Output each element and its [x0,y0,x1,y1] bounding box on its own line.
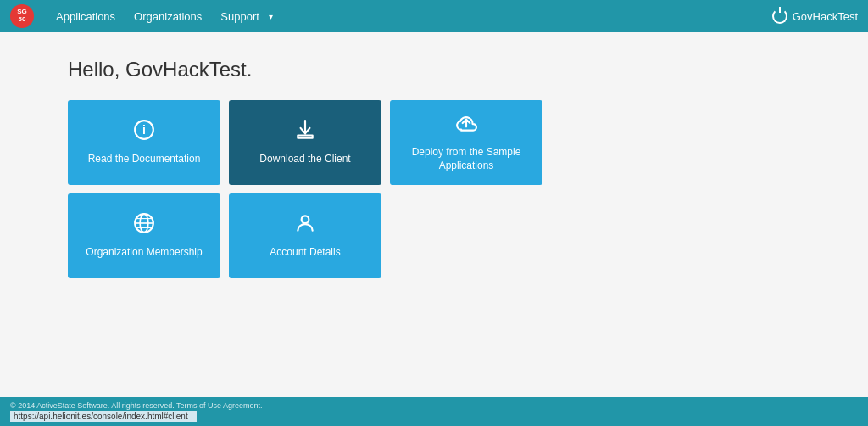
username-label: GovHackTest [793,10,858,23]
card-read-documentation-label: Read the Documentation [88,153,201,166]
svg-point-7 [302,216,309,224]
card-download-client[interactable]: Download the Client [229,100,381,185]
card-download-client-label: Download the Client [259,153,350,166]
nav-organizations[interactable]: Organizations [127,7,209,26]
navbar: SG 50 Applications Organizations Support… [0,0,868,32]
card-deploy-sample-label: Deploy from the Sample Applications [398,146,534,172]
cards-grid: i Read the Documentation Download the Cl… [68,100,800,278]
navbar-right: GovHackTest [772,8,858,24]
card-deploy-sample[interactable]: Deploy from the Sample Applications [390,100,542,185]
logo: SG 50 [10,4,34,28]
footer-url: https://api.helionit.es/console/index.ht… [10,411,197,422]
card-organization-membership-label: Organization Membership [86,246,202,260]
card-account-details-label: Account Details [270,246,340,260]
main-content: Hello, GovHackTest. i Read the Documenta… [0,32,868,397]
nav-applications[interactable]: Applications [49,7,122,26]
power-icon[interactable] [772,8,787,24]
support-dropdown-icon: ▾ [269,12,273,21]
nav-support[interactable]: Support [214,7,266,26]
footer: © 2014 ActiveState Software. All rights … [0,397,868,426]
download-icon [294,119,316,146]
card-read-documentation[interactable]: i Read the Documentation [68,100,220,185]
navbar-left: SG 50 Applications Organizations Support… [10,4,273,28]
globe-icon [133,212,155,239]
card-organization-membership[interactable]: Organization Membership [68,193,220,278]
svg-text:i: i [142,124,146,137]
user-icon [294,212,316,239]
nav-support-wrapper: Support ▾ [214,7,273,26]
card-account-details[interactable]: Account Details [229,193,381,278]
cloud-upload-icon [455,112,477,139]
footer-copyright: © 2014 ActiveState Software. All rights … [10,401,263,410]
info-icon: i [133,119,155,146]
greeting: Hello, GovHackTest. [68,58,800,81]
navbar-nav: Applications Organizations Support ▾ [49,7,273,26]
